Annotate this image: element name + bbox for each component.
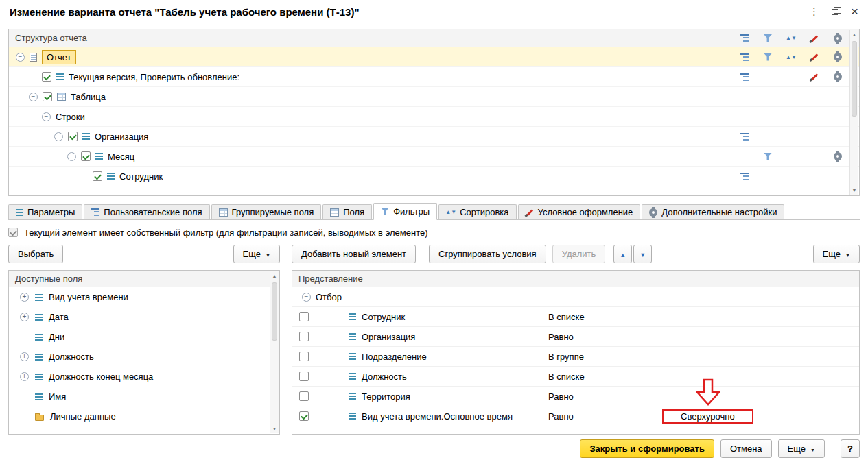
tab-fields[interactable]: Поля [322,204,372,219]
filter-condition[interactable]: Равно [548,391,662,402]
expand-icon[interactable] [20,372,29,381]
tab-sorting[interactable]: Сортировка [438,204,516,219]
delete-button[interactable]: Удалить [552,245,606,263]
available-field-item[interactable]: Должность конец месяца [9,367,279,387]
footer-more-button[interactable]: Еще [778,439,825,458]
field-icon [95,153,103,160]
filter-row[interactable]: Должность В списке [292,367,859,387]
row-checkbox[interactable] [42,72,51,82]
group-conditions-button[interactable]: Сгруппировать условия [429,245,546,263]
filter-value[interactable]: Сверхурочно [662,409,859,424]
close-icon[interactable] [851,5,858,18]
tree-row-table[interactable]: Таблица [9,87,859,107]
scroll-down-icon[interactable] [270,424,279,433]
tree-row-organization[interactable]: Организация [9,127,859,147]
tab-parameters[interactable]: Параметры [8,204,82,219]
more-left-button[interactable]: Еще [233,245,280,263]
available-field-item[interactable]: Дата [9,307,279,327]
maximize-icon[interactable] [832,5,838,18]
additional-settings-icon[interactable] [826,47,849,67]
tree-row-rows-section[interactable]: Строки [9,107,859,127]
grouping-icon[interactable] [733,67,756,87]
grouping-icon[interactable] [733,167,756,186]
collapse-icon[interactable] [16,53,25,62]
add-element-button[interactable]: Добавить новый элемент [292,245,416,263]
scroll-up-icon[interactable] [850,30,858,39]
conditional-appearance-icon[interactable] [803,29,826,47]
filter-use-checkbox[interactable] [299,332,309,341]
tree-row-current-version[interactable]: Текущая версия, Проверить обновление: [9,67,859,87]
filter-condition[interactable]: Равно [548,411,662,422]
tree-row-employee[interactable]: Сотрудник [9,167,859,186]
tab-conditional-appearance[interactable]: Условное оформление [518,204,641,219]
conditional-appearance-icon[interactable] [803,67,826,87]
tab-grouped-fields[interactable]: Группируемые поля [211,204,322,219]
row-checkbox[interactable] [68,132,78,141]
sort-icon[interactable] [779,29,803,47]
filter-row-highlighted[interactable]: Вид учета времени.Основное время Равно С… [292,406,859,426]
structure-scrollbar[interactable] [849,30,858,195]
row-checkbox[interactable] [93,171,102,181]
filter-row[interactable]: Организация Равно [292,327,859,347]
filter-use-checkbox[interactable] [299,352,309,361]
more-right-button[interactable]: Еще [813,245,860,263]
additional-settings-icon[interactable] [826,67,849,87]
collapse-icon[interactable] [67,152,76,161]
filter-group-row[interactable]: Отбор [292,287,859,307]
help-button[interactable]: ? [841,439,860,458]
move-up-button[interactable] [613,245,632,263]
filter-row[interactable]: Сотрудник В списке [292,307,859,327]
move-down-button[interactable] [633,245,652,263]
row-checkbox[interactable] [43,92,52,101]
available-field-item[interactable]: Вид учета времени [9,287,279,307]
available-field-item[interactable]: Дни [9,327,279,347]
collapse-icon[interactable] [302,293,311,302]
filter-row[interactable]: Территория Равно [292,387,859,406]
tab-additional-settings[interactable]: Дополнительные настройки [642,204,784,219]
filter-condition[interactable]: В группе [548,352,662,362]
filter-row[interactable]: Подразделение В группе [292,347,859,367]
tree-row-report[interactable]: Отчет [9,47,859,67]
filter-condition[interactable]: В списке [548,372,662,382]
additional-settings-icon[interactable] [826,147,849,167]
scroll-up-icon[interactable] [270,271,279,280]
collapse-icon[interactable] [54,132,63,141]
filter-use-checkbox[interactable] [299,312,309,321]
grouping-icon[interactable] [733,29,756,47]
available-field-item[interactable]: Должность [9,347,279,367]
collapse-icon[interactable] [29,93,38,101]
filter-use-checkbox[interactable] [299,372,309,381]
conditional-appearance-icon[interactable] [803,47,826,67]
scroll-down-icon[interactable] [850,186,858,195]
filter-icon[interactable] [756,29,779,47]
cancel-button[interactable]: Отмена [720,439,772,458]
available-field-item[interactable]: Имя [9,387,279,406]
tree-row-month[interactable]: Месяц [9,147,859,167]
tab-custom-fields[interactable]: Пользовательские поля [84,204,209,219]
select-button[interactable]: Выбрать [8,245,63,263]
available-fields-scrollbar[interactable] [270,271,279,433]
filter-condition[interactable]: В списке [548,312,662,322]
grouping-icon[interactable] [733,47,756,67]
filter-icon[interactable] [756,147,779,167]
highlighted-value-box[interactable]: Сверхурочно [662,409,753,424]
expand-icon[interactable] [20,293,29,302]
scroll-thumb[interactable] [272,282,277,341]
expand-icon[interactable] [20,313,29,321]
sort-icon[interactable] [779,47,803,67]
collapse-icon[interactable] [42,112,51,121]
close-and-generate-button[interactable]: Закрыть и сформировать [580,439,714,458]
filter-icon[interactable] [756,47,779,67]
available-field-item[interactable]: Личные данные [9,406,279,426]
row-checkbox[interactable] [81,151,91,161]
menu-dots-icon[interactable] [809,5,819,18]
scroll-thumb[interactable] [852,41,857,117]
grouping-icon[interactable] [733,127,756,147]
filter-use-checkbox[interactable] [299,411,309,421]
expand-icon[interactable] [20,352,29,361]
additional-settings-icon[interactable] [826,29,849,47]
filter-use-checkbox[interactable] [299,391,309,401]
own-filter-checkbox[interactable] [8,228,18,237]
filter-condition[interactable]: Равно [548,332,662,342]
tab-filters[interactable]: Фильтры [373,203,437,220]
